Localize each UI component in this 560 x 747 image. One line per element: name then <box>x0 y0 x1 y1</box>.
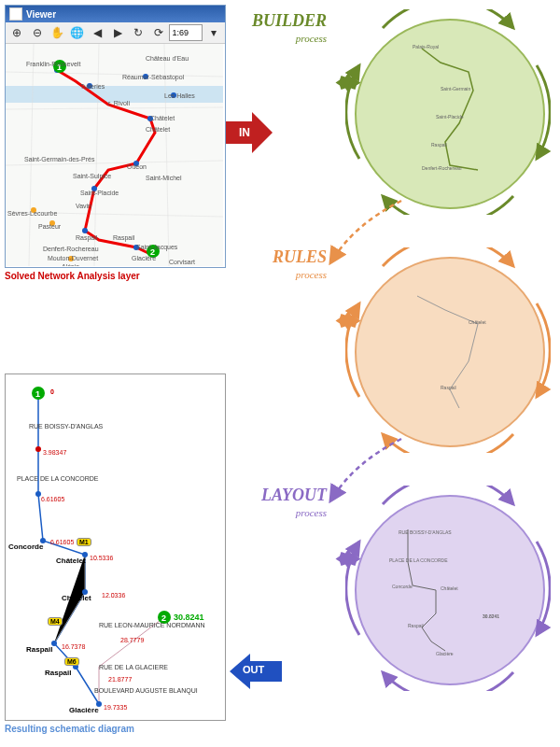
street-label: Corvisart <box>169 259 195 265</box>
edge-value: 12.0336 <box>102 592 125 599</box>
street-label: Raspail <box>76 234 97 241</box>
street-label: Châtelet <box>146 126 170 133</box>
refresh2-icon[interactable]: ⟳ <box>149 23 168 42</box>
street-name: BOULEVARD AUGUSTE BLANQUI <box>94 687 198 694</box>
edge-value: 6.61605 <box>41 496 64 502</box>
edge-value: 6.61605 <box>50 539 74 545</box>
station-name: Raspail <box>26 645 52 654</box>
in-label: IN <box>239 126 250 139</box>
window-title: Viewer <box>26 9 56 20</box>
street-name: PLACE DE LA CONCORDE <box>17 475 99 482</box>
edge-value: 16.7378 <box>62 643 85 650</box>
station-name: Concorde <box>8 543 43 551</box>
svg-line-0 <box>6 72 223 77</box>
layout-cycle-arrows <box>345 486 551 691</box>
street-name: RUE LEON-MAURICE NORDMANN <box>99 622 205 628</box>
builder-cycle-arrows <box>345 9 551 215</box>
metro-badge: M1 <box>77 538 91 546</box>
zoom-in-icon[interactable]: ⊕ <box>7 23 26 42</box>
station-name: Glacière <box>69 706 99 714</box>
map-svg: 1 2 <box>6 44 223 266</box>
marker0-val: 0 <box>50 388 54 395</box>
street-label: Réaumur-Sébastopol <box>122 74 184 80</box>
svg-line-5 <box>94 44 99 266</box>
street-name: RUE BOISSY-D'ANGLAS <box>29 423 103 430</box>
out-label: OUT <box>243 664 264 675</box>
source-caption: Solved Network Analysis layer <box>5 271 140 281</box>
result-caption: Resulting schematic diagram <box>5 724 134 734</box>
street-label: Tuileries <box>80 83 105 90</box>
edge-value: 21.8777 <box>108 676 132 683</box>
street-label: Châtelet <box>150 115 175 121</box>
builder-label: BUILDER process <box>252 11 327 44</box>
street-label: r. Rivoli <box>108 100 130 106</box>
edge-value: 28.7779 <box>120 637 144 643</box>
refresh-icon[interactable]: ↻ <box>129 23 147 42</box>
svg-point-14 <box>82 228 88 233</box>
app-icon <box>9 7 22 21</box>
street-label: Franklin-Roosevelt <box>26 61 80 67</box>
builder-title: BUILDER <box>252 11 327 31</box>
edge-value: 19.7335 <box>104 704 127 711</box>
toolbar: ⊕ ⊖ ✋ 🌐 ◀ ▶ ↻ ⟳ ▾ <box>6 22 225 44</box>
street-label: Raspail <box>113 234 134 241</box>
rules-cycle-arrows <box>345 247 551 453</box>
street-name: RUE DE LA GLACIERE <box>99 664 168 670</box>
street-label: Les Halles <box>164 92 195 99</box>
svg-line-4 <box>29 44 34 266</box>
titlebar: Viewer <box>6 6 225 22</box>
station-name: Châtelet <box>62 594 91 602</box>
street-label: Saint-Jacques <box>136 244 177 250</box>
marker1-val: 30.8241 <box>174 613 204 622</box>
map-canvas[interactable]: 1 2 Franklin-RooseveltChâteau d'EauTuile… <box>6 44 223 266</box>
flow-arrow-2 <box>317 434 420 509</box>
flow-arrow-1 <box>317 196 420 271</box>
station-name: Châtelet <box>56 557 86 565</box>
street-label: Saint-Michel <box>146 175 182 181</box>
zoom-out-icon[interactable]: ⊖ <box>28 23 47 42</box>
edge-value: 10.5336 <box>90 555 113 561</box>
pan-icon[interactable]: ✋ <box>48 23 66 42</box>
back-icon[interactable]: ◀ <box>89 23 107 42</box>
viewer-window: Viewer ⊕ ⊖ ✋ 🌐 ◀ ▶ ↻ ⟳ ▾ <box>5 5 226 268</box>
street-label: Sèvres-Lecourbe <box>7 210 57 217</box>
street-label: Vavin <box>76 203 91 209</box>
street-label: Saint-Germain-des-Prés <box>24 156 94 162</box>
street-label: Mouton-Duvernet <box>48 255 98 261</box>
dropdown-icon[interactable]: ▾ <box>204 23 223 42</box>
forward-icon[interactable]: ▶ <box>108 23 127 42</box>
metro-badge: M6 <box>64 657 79 666</box>
scale-input[interactable] <box>169 24 203 41</box>
street-label: Château d'Eau <box>146 55 189 62</box>
street-label: Saint-Placide <box>80 190 119 196</box>
street-label: Alésia <box>62 263 79 266</box>
street-label: Glacière <box>132 255 156 261</box>
street-label: Saint-Sulpice <box>73 173 111 179</box>
svg-point-40 <box>35 446 41 452</box>
street-label: Pasteur <box>38 223 61 230</box>
schematic-panel: 1 2 0 30.8241 RUE BOISSY-D'ANGLASPLACE D… <box>5 374 226 721</box>
svg-text:1: 1 <box>35 389 40 399</box>
edge-value: 3.98347 <box>43 449 66 456</box>
street-label: Odéon <box>127 163 147 170</box>
metro-badge: M4 <box>48 617 63 626</box>
station-name: Raspail <box>45 669 71 677</box>
street-label: Denfert-Rochereau <box>43 246 99 252</box>
builder-sub: process <box>252 33 327 44</box>
globe-icon[interactable]: 🌐 <box>68 23 87 42</box>
